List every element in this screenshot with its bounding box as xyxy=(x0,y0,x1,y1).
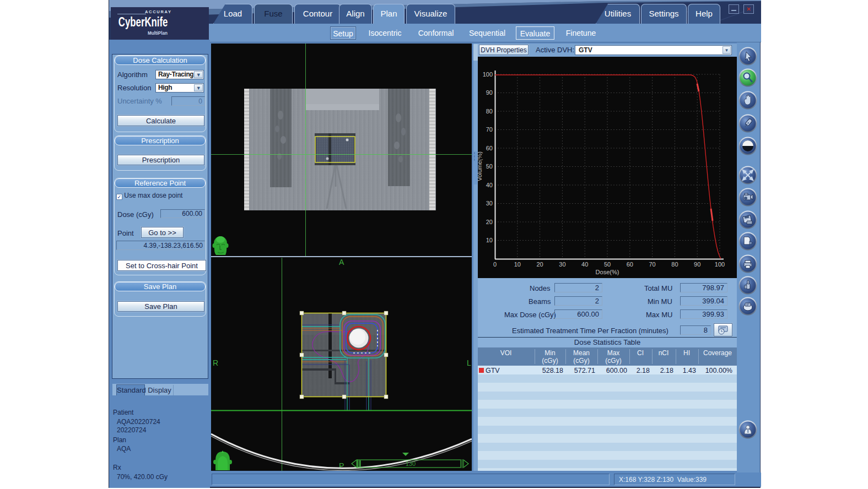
svg-text:80: 80 xyxy=(486,108,493,115)
svg-text:50: 50 xyxy=(604,261,611,268)
svg-text:2.18: 2.18 xyxy=(637,367,650,374)
svg-text:(cGy): (cGy) xyxy=(605,357,621,365)
svg-text:30: 30 xyxy=(559,261,565,268)
svg-text:20: 20 xyxy=(536,261,543,268)
svg-text:60: 60 xyxy=(627,261,633,268)
svg-text:80: 80 xyxy=(671,261,678,268)
svg-text:Mean: Mean xyxy=(573,349,590,357)
svg-text:130: 130 xyxy=(406,460,416,467)
svg-text:40: 40 xyxy=(581,261,588,268)
svg-text:L: L xyxy=(467,358,471,367)
svg-text:nCI: nCI xyxy=(659,349,669,357)
svg-text:572.71: 572.71 xyxy=(574,367,595,374)
svg-text:Min: Min xyxy=(544,349,555,357)
svg-text:A: A xyxy=(339,258,344,267)
svg-text:(cGy): (cGy) xyxy=(542,357,558,365)
svg-text:Coverage: Coverage xyxy=(703,349,732,357)
svg-text:100: 100 xyxy=(715,261,725,268)
svg-text:10: 10 xyxy=(486,237,493,243)
svg-text:(cGy): (cGy) xyxy=(573,357,589,365)
svg-text:600.00: 600.00 xyxy=(606,367,627,374)
svg-text:40: 40 xyxy=(486,182,493,188)
svg-text:10: 10 xyxy=(514,261,521,268)
svg-text:CI: CI xyxy=(637,349,644,357)
svg-text:20: 20 xyxy=(486,219,493,225)
svg-text:Max: Max xyxy=(607,349,620,357)
svg-text:30: 30 xyxy=(486,200,493,207)
svg-text:R: R xyxy=(213,358,218,367)
svg-text:GTV: GTV xyxy=(486,367,500,374)
svg-text:Volume(%): Volume(%) xyxy=(478,151,483,181)
svg-text:528.18: 528.18 xyxy=(542,367,563,374)
svg-text:90: 90 xyxy=(694,261,700,268)
svg-text:100: 100 xyxy=(483,71,493,78)
svg-text:0: 0 xyxy=(493,261,497,268)
svg-text:100.00%: 100.00% xyxy=(705,367,732,374)
svg-text:90: 90 xyxy=(486,89,493,96)
svg-text:70: 70 xyxy=(649,261,655,268)
svg-text:2.18: 2.18 xyxy=(660,367,673,374)
svg-text:1.43: 1.43 xyxy=(683,367,696,374)
svg-text:Dose(%): Dose(%) xyxy=(596,269,619,275)
svg-text:50: 50 xyxy=(486,163,493,170)
svg-text:70: 70 xyxy=(486,126,493,133)
svg-text:HI: HI xyxy=(683,349,690,357)
svg-text:60: 60 xyxy=(486,145,493,151)
svg-text:VOI: VOI xyxy=(500,349,512,357)
